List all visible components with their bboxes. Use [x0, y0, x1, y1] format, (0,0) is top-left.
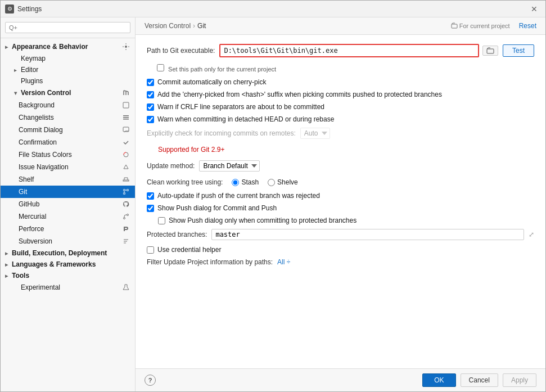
svg-rect-2 — [123, 115, 129, 116]
path-row: Path to Git executable: Test — [147, 44, 534, 57]
sidebar-item-experimental[interactable]: Experimental — [1, 281, 135, 294]
sidebar-item-git[interactable]: Git — [1, 186, 135, 198]
color-icon — [121, 150, 130, 159]
stash-label: Stash — [241, 178, 259, 186]
update-method-row: Update method: Branch Default Merge Reba… — [147, 160, 534, 172]
titlebar: ⚙ Settings ✕ — [1, 1, 545, 17]
update-method-select[interactable]: Branch Default Merge Rebase — [199, 160, 260, 172]
checkbox-protected-push-row: Show Push dialog only when committing to… — [147, 217, 534, 224]
search-box — [1, 17, 135, 38]
sidebar-label: Confirmation — [19, 138, 57, 146]
github-icon — [121, 200, 130, 209]
checkbox-crlf-label: Warn if CRLF line separators are about t… — [157, 103, 324, 111]
sidebar-item-editor[interactable]: ▸ Editor — [1, 64, 135, 75]
checkbox-detached-row: Warn when committing in detached HEAD or… — [147, 115, 534, 123]
stash-radio[interactable] — [232, 179, 239, 186]
help-button[interactable]: ? — [145, 375, 156, 386]
breadcrumb: Version Control › Git — [145, 22, 206, 30]
test-button[interactable]: Test — [503, 44, 534, 57]
sidebar-item-commit-dialog[interactable]: Commit Dialog — [1, 124, 135, 136]
supported-text: Supported for Git 2.9+ — [158, 146, 534, 154]
sidebar-label: Background — [19, 101, 55, 109]
list-icon — [121, 113, 130, 122]
sidebar-item-confirmation[interactable]: Confirmation — [1, 136, 135, 148]
clean-label: Clean working tree using: — [147, 178, 223, 186]
sidebar-item-issue-navigation[interactable]: Issue Navigation — [1, 161, 135, 173]
sidebar-item-tools[interactable]: ▸ Tools — [1, 270, 135, 281]
search-input[interactable] — [5, 22, 130, 33]
svg-rect-3 — [123, 117, 129, 118]
checkbox-cherry-pick-label: Commit automatically on cherry-pick — [157, 78, 266, 86]
svg-point-0 — [125, 46, 127, 48]
svg-rect-1 — [123, 102, 129, 108]
checkbox-autoupdate-label: Auto-update if push of the current branc… — [157, 192, 320, 200]
cancel-button[interactable]: Cancel — [461, 373, 498, 387]
sidebar-label: Git — [19, 188, 27, 196]
checkbox-protected-push[interactable] — [158, 217, 165, 224]
app-icon: ⚙ — [5, 4, 14, 13]
ok-button[interactable]: OK — [422, 373, 455, 387]
sidebar-label: Appearance & Behavior — [12, 43, 88, 51]
checkbox-push-dialog-label: Show Push dialog for Commit and Push — [157, 204, 277, 212]
checkbox-cherry-pick[interactable] — [147, 79, 154, 86]
checkbox-credential[interactable] — [147, 246, 154, 254]
svg-point-10 — [124, 193, 125, 195]
sidebar-label: Shelf — [19, 175, 34, 183]
reset-button[interactable]: Reset — [519, 22, 536, 30]
shelf-icon — [121, 175, 130, 184]
sidebar-label: Mercurial — [19, 213, 46, 220]
incoming-select[interactable]: Auto — [300, 128, 330, 139]
expand-protected-icon[interactable]: ⤢ — [529, 231, 534, 238]
action-buttons: OK Cancel Apply — [422, 373, 536, 387]
checkbox-credential-label: Use credential helper — [157, 246, 221, 254]
sidebar-label: Build, Execution, Deployment — [12, 249, 107, 257]
sidebar-label: Plugins — [21, 77, 43, 85]
shelve-label: Shelve — [277, 178, 298, 186]
protected-input[interactable] — [211, 229, 524, 240]
sidebar-item-background[interactable]: Background — [1, 99, 135, 111]
expand-arrow: ▸ — [5, 262, 12, 268]
sidebar-label: Experimental — [21, 283, 60, 291]
path-note: Set this path only for the current proje… — [157, 64, 534, 73]
sidebar-item-github[interactable]: GitHub — [1, 198, 135, 210]
sidebar-item-version-control[interactable]: ▾ Version Control — [1, 87, 135, 99]
sidebar-item-mercurial[interactable]: Mercurial — [1, 210, 135, 223]
sidebar-item-appearance[interactable]: ▸ Appearance & Behavior — [1, 40, 135, 53]
sidebar-item-languages[interactable]: ▸ Languages & Frameworks — [1, 259, 135, 270]
sidebar-item-subversion[interactable]: Subversion — [1, 235, 135, 247]
filter-value[interactable]: All ÷ — [277, 258, 290, 266]
sidebar-item-changelists[interactable]: Changelists — [1, 111, 135, 124]
path-input[interactable] — [219, 44, 479, 57]
sidebar-label: Changelists — [19, 114, 54, 121]
git-icon — [121, 187, 130, 196]
filter-row: Filter Update Project information by pat… — [147, 258, 534, 266]
protected-branches-row: Protected branches: ⤢ — [147, 229, 534, 240]
checkbox-crlf[interactable] — [147, 103, 154, 111]
vc-icon — [121, 88, 130, 97]
checkbox-autoupdate[interactable] — [147, 192, 154, 200]
sidebar-item-shelf[interactable]: Shelf — [1, 173, 135, 186]
checkbox-suffix[interactable] — [147, 91, 154, 98]
checkbox-detached[interactable] — [147, 116, 154, 123]
svg-point-9 — [124, 190, 125, 191]
close-button[interactable]: ✕ — [527, 3, 541, 15]
sidebar-item-keymap[interactable]: Keymap — [1, 53, 135, 64]
sidebar-item-file-status-colors[interactable]: File Status Colors — [1, 148, 135, 161]
sidebar-tree: ▸ Appearance & Behavior Keymap ▸ Editor — [1, 38, 135, 391]
breadcrumb-sep: › — [193, 22, 195, 30]
checkbox-protected-push-label: Show Push dialog only when committing to… — [169, 217, 357, 224]
checkbox-credential-row: Use credential helper — [147, 246, 534, 254]
sidebar-label: Tools — [12, 272, 29, 280]
sidebar-item-build[interactable]: ▸ Build, Execution, Deployment — [1, 247, 135, 259]
path-checkbox[interactable] — [157, 64, 164, 71]
sidebar-item-perforce[interactable]: Perforce — [1, 223, 135, 235]
checkbox-push-dialog[interactable] — [147, 205, 154, 212]
folder-browse-button[interactable] — [482, 46, 498, 56]
shelve-radio[interactable] — [268, 179, 275, 186]
stash-option: Stash — [232, 178, 259, 186]
perforce-icon — [121, 224, 130, 233]
sidebar-item-plugins[interactable]: Plugins — [1, 75, 135, 87]
apply-button[interactable]: Apply — [503, 373, 536, 387]
sidebar-label: Issue Navigation — [19, 163, 69, 171]
checkbox-cherry-pick-row: Commit automatically on cherry-pick — [147, 78, 534, 86]
